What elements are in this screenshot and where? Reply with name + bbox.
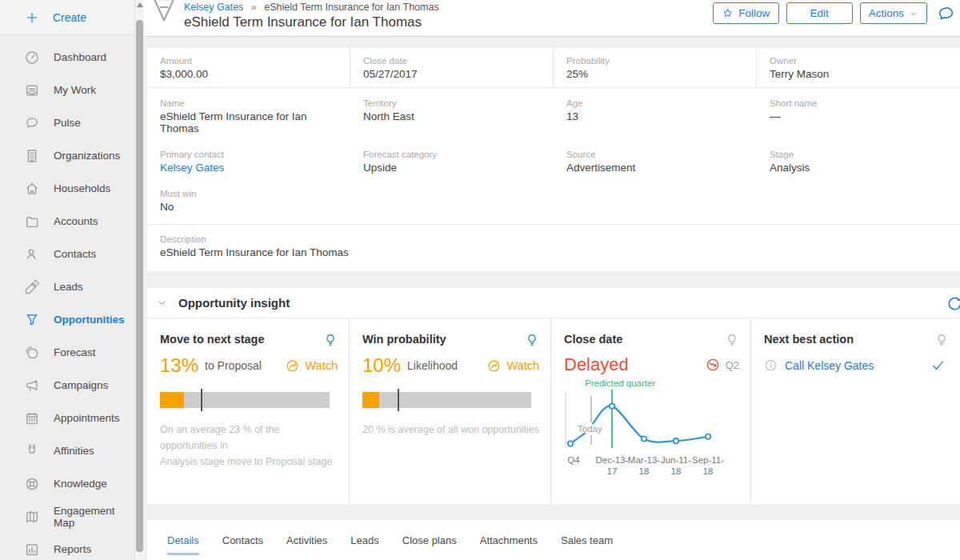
sidebar-item-forecast[interactable]: Forecast xyxy=(0,336,134,369)
card-title: Next best action xyxy=(764,333,854,346)
field-name: NameeShield Term Insurance for Ian Thoma… xyxy=(147,88,350,139)
sidebar-item-households[interactable]: Households xyxy=(0,172,134,205)
sidebar-item-affinities[interactable]: Affinities xyxy=(0,434,134,467)
star-icon xyxy=(722,7,734,19)
insight-cards: Move to next stage 13% to Proposal Watch xyxy=(147,318,960,504)
watch-button[interactable]: Watch xyxy=(486,358,539,374)
sidebar-item-accounts[interactable]: Accounts xyxy=(0,205,134,238)
insight-card-win-probability: Win probability 10% Likelihood Watch xyxy=(350,318,551,504)
breadcrumb-link[interactable]: Kelsey Gates xyxy=(184,2,243,13)
sidebar-item-knowledge[interactable]: Knowledge xyxy=(0,467,134,500)
scrollbar-thumb[interactable] xyxy=(136,20,143,552)
sidebar-item-engagement-map[interactable]: Engagement Map xyxy=(0,500,134,533)
info-icon[interactable] xyxy=(764,358,778,372)
opportunity-insight-panel: Opportunity insight Move to next stage 1… xyxy=(147,288,960,504)
create-button[interactable]: Create xyxy=(0,0,134,35)
sidebar-item-reports[interactable]: Reports xyxy=(0,533,134,560)
sidebar-item-label: Opportunities xyxy=(54,314,125,326)
field-value: $3,000.00 xyxy=(160,68,337,80)
breadcrumb-separator: » xyxy=(251,2,257,13)
field-value: eShield Term Insurance for Ian Thomas xyxy=(160,110,338,134)
sidebar-item-label: Pulse xyxy=(54,117,81,129)
map-icon xyxy=(24,509,40,525)
megaphone-icon xyxy=(24,378,40,394)
tab-leads[interactable]: Leads xyxy=(350,534,378,555)
header-text: Kelsey Gates » eShield Term Insurance fo… xyxy=(184,0,439,36)
hint-bulb-icon[interactable] xyxy=(725,333,739,347)
bars-icon xyxy=(24,542,40,558)
tab-contacts[interactable]: Contacts xyxy=(222,534,263,555)
watch-icon xyxy=(486,358,502,374)
field-value: eShield Term Insurance for Ian Thomas xyxy=(160,246,947,258)
field-value-link[interactable]: Kelsey Gates xyxy=(160,162,338,174)
today-label: Today xyxy=(578,424,602,434)
field-age: Age13 xyxy=(554,88,757,139)
tab-details[interactable]: Details xyxy=(167,534,199,555)
record-header: Kelsey Gates » eShield Term Insurance fo… xyxy=(144,0,960,37)
collapse-chevron-icon[interactable] xyxy=(156,297,168,309)
actions-label: Actions xyxy=(869,7,904,19)
card-title: Move to next stage xyxy=(160,333,265,346)
stage-move-progress-bar xyxy=(160,389,330,411)
sidebar-item-opportunities[interactable]: Opportunities xyxy=(0,303,134,336)
hint-bulb-icon[interactable] xyxy=(525,333,539,347)
breadcrumb: Kelsey Gates » eShield Term Insurance fo… xyxy=(184,2,439,13)
magnet-icon xyxy=(24,443,40,459)
sidebar-item-leads[interactable]: Leads xyxy=(0,270,134,303)
sidebar-item-campaigns[interactable]: Campaigns xyxy=(0,369,134,402)
sidebar-item-label: Reports xyxy=(54,543,91,555)
sidebar-item-label: Campaigns xyxy=(54,379,108,391)
edit-button[interactable]: Edit xyxy=(786,2,853,24)
field-label: Amount xyxy=(160,56,337,66)
field-primary-contact: Primary contactKelsey Gates xyxy=(147,139,350,178)
sidebar-item-label: Contacts xyxy=(54,248,96,260)
field-label: Territory xyxy=(363,98,541,108)
field-close-date: Close date05/27/2017 xyxy=(350,48,554,87)
stage-move-percent: 13% xyxy=(160,354,198,377)
sidebar-item-label: Engagement Map xyxy=(54,505,134,529)
tab-close-plans[interactable]: Close plans xyxy=(402,534,457,555)
sidebar-item-contacts[interactable]: Contacts xyxy=(0,238,134,270)
tab-attachments[interactable]: Attachments xyxy=(480,534,538,555)
hint-bulb-icon[interactable] xyxy=(934,333,949,347)
tab-activities[interactable]: Activities xyxy=(286,534,327,555)
vertical-scrollbar[interactable] xyxy=(134,0,144,560)
watch-button[interactable]: Watch xyxy=(285,358,338,374)
refresh-icon[interactable] xyxy=(945,294,960,314)
sidebar-item-pulse[interactable]: Pulse xyxy=(0,106,134,139)
sidebar-item-organizations[interactable]: Organizations xyxy=(0,139,134,172)
summary-row: Amount$3,000.00Close date05/27/2017Proba… xyxy=(147,48,960,88)
next-best-action-link[interactable]: Call Kelsey Gates xyxy=(785,359,874,372)
field-description: Description eShield Term Insurance for I… xyxy=(147,225,960,271)
sidebar-item-appointments[interactable]: Appointments xyxy=(0,402,134,434)
field-short-name: Short name— xyxy=(757,88,960,139)
complete-check-icon[interactable] xyxy=(930,358,946,373)
field-value: — xyxy=(770,110,947,122)
field-label: Forecast category xyxy=(363,150,541,159)
building-icon xyxy=(24,148,40,164)
funnel-icon xyxy=(24,312,40,328)
edit-label: Edit xyxy=(810,7,829,19)
field-value: Advertisement xyxy=(566,162,744,174)
sidebar-item-label: My Work xyxy=(54,84,96,96)
inbox-icon xyxy=(24,82,40,98)
tab-sales-team[interactable]: Sales team xyxy=(561,534,613,555)
field-label: Source xyxy=(566,150,744,159)
lifebuoy-icon xyxy=(24,476,40,492)
card-title: Close date xyxy=(564,333,622,346)
record-tabs-panel: DetailsContactsActivitiesLeadsClose plan… xyxy=(147,520,960,560)
sidebar-item-label: Knowledge xyxy=(54,478,107,490)
sidebar-item-dashboard[interactable]: Dashboard xyxy=(0,41,134,74)
hint-bulb-icon[interactable] xyxy=(323,333,338,347)
field-value: North East xyxy=(363,110,541,122)
insight-header: Opportunity insight xyxy=(147,288,960,318)
sidebar-item-label: Organizations xyxy=(54,150,120,162)
feed-chat-icon[interactable] xyxy=(936,4,956,24)
field-label: Name xyxy=(160,98,338,108)
win-probability-suffix: Likelihood xyxy=(407,359,458,372)
follow-button[interactable]: Follow xyxy=(713,2,779,24)
sidebar-item-my-work[interactable]: My Work xyxy=(0,74,134,106)
stage-move-target: to Proposal xyxy=(205,359,262,372)
field-value: Terry Mason xyxy=(770,68,947,80)
actions-button[interactable]: Actions xyxy=(860,2,927,24)
